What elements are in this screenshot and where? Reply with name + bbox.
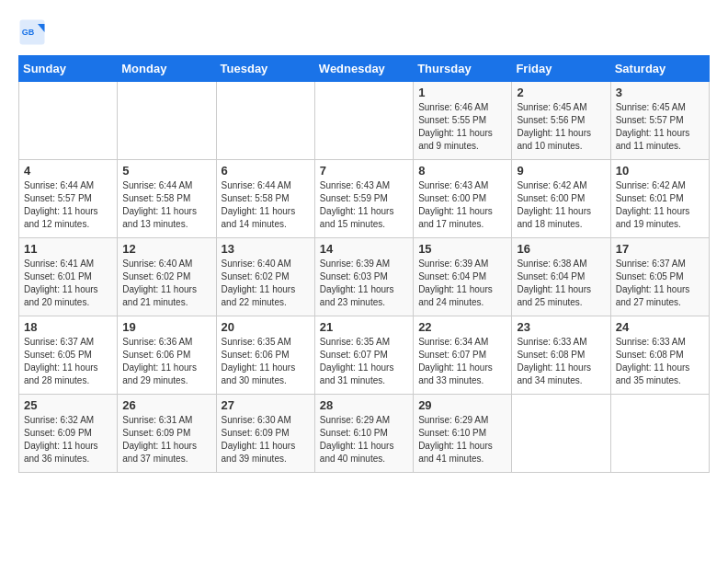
day-info: Sunrise: 6:33 AM Sunset: 6:08 PM Dayligh… — [616, 336, 704, 387]
day-info: Sunrise: 6:44 AM Sunset: 5:57 PM Dayligh… — [24, 179, 112, 231]
calendar-cell — [610, 395, 709, 473]
calendar-cell: 22Sunrise: 6:34 AM Sunset: 6:07 PM Dayli… — [414, 316, 512, 395]
calendar-cell: 5Sunrise: 6:44 AM Sunset: 5:58 PM Daylig… — [118, 160, 216, 238]
header-friday: Friday — [512, 56, 610, 82]
day-number: 2 — [517, 86, 605, 99]
day-number: 1 — [418, 86, 506, 99]
calendar-cell: 4Sunrise: 6:44 AM Sunset: 5:57 PM Daylig… — [19, 160, 118, 238]
calendar-cell — [19, 82, 118, 160]
header-saturday: Saturday — [610, 56, 709, 82]
day-number: 9 — [517, 164, 605, 178]
day-number: 6 — [222, 164, 310, 178]
day-info: Sunrise: 6:43 AM Sunset: 5:59 PM Dayligh… — [320, 179, 408, 231]
header-monday: Monday — [118, 56, 216, 82]
day-number: 10 — [616, 164, 704, 178]
day-info: Sunrise: 6:42 AM Sunset: 6:01 PM Dayligh… — [616, 179, 704, 231]
day-info: Sunrise: 6:35 AM Sunset: 6:06 PM Dayligh… — [222, 336, 310, 387]
calendar-cell: 28Sunrise: 6:29 AM Sunset: 6:10 PM Dayli… — [314, 395, 413, 473]
day-number: 20 — [222, 320, 310, 334]
day-number: 11 — [24, 242, 112, 256]
calendar-cell: 6Sunrise: 6:44 AM Sunset: 5:58 PM Daylig… — [216, 160, 314, 238]
day-number: 28 — [320, 398, 408, 412]
calendar-cell — [216, 82, 314, 160]
day-number: 27 — [222, 398, 310, 412]
calendar-cell: 3Sunrise: 6:45 AM Sunset: 5:57 PM Daylig… — [610, 82, 709, 160]
calendar-cell: 15Sunrise: 6:39 AM Sunset: 6:04 PM Dayli… — [414, 238, 512, 316]
calendar-cell: 8Sunrise: 6:43 AM Sunset: 6:00 PM Daylig… — [414, 160, 512, 238]
day-info: Sunrise: 6:37 AM Sunset: 6:05 PM Dayligh… — [616, 258, 704, 309]
day-number: 3 — [616, 86, 704, 99]
day-info: Sunrise: 6:44 AM Sunset: 5:58 PM Dayligh… — [122, 179, 210, 231]
day-info: Sunrise: 6:35 AM Sunset: 6:07 PM Dayligh… — [320, 336, 408, 387]
calendar-cell: 17Sunrise: 6:37 AM Sunset: 6:05 PM Dayli… — [610, 238, 709, 316]
calendar-week-row: 25Sunrise: 6:32 AM Sunset: 6:09 PM Dayli… — [19, 395, 710, 473]
header-thursday: Thursday — [414, 56, 512, 82]
calendar-cell: 10Sunrise: 6:42 AM Sunset: 6:01 PM Dayli… — [610, 160, 709, 238]
calendar-cell: 1Sunrise: 6:46 AM Sunset: 5:55 PM Daylig… — [414, 82, 512, 160]
logo-icon: GB — [18, 18, 46, 46]
svg-text:GB: GB — [22, 28, 35, 37]
calendar-week-row: 4Sunrise: 6:44 AM Sunset: 5:57 PM Daylig… — [19, 160, 710, 238]
calendar-table: SundayMondayTuesdayWednesdayThursdayFrid… — [18, 55, 710, 473]
calendar-cell: 25Sunrise: 6:32 AM Sunset: 6:09 PM Dayli… — [19, 395, 118, 473]
day-info: Sunrise: 6:31 AM Sunset: 6:09 PM Dayligh… — [122, 414, 210, 465]
day-number: 17 — [616, 242, 704, 256]
header-tuesday: Tuesday — [216, 56, 314, 82]
day-info: Sunrise: 6:29 AM Sunset: 6:10 PM Dayligh… — [320, 414, 408, 465]
calendar-cell — [118, 82, 216, 160]
day-info: Sunrise: 6:37 AM Sunset: 6:05 PM Dayligh… — [24, 336, 112, 387]
day-info: Sunrise: 6:39 AM Sunset: 6:04 PM Dayligh… — [418, 258, 506, 309]
day-info: Sunrise: 6:32 AM Sunset: 6:09 PM Dayligh… — [24, 414, 112, 465]
day-number: 18 — [24, 320, 112, 334]
day-info: Sunrise: 6:36 AM Sunset: 6:06 PM Dayligh… — [122, 336, 210, 387]
day-info: Sunrise: 6:43 AM Sunset: 6:00 PM Dayligh… — [418, 179, 506, 231]
day-number: 26 — [122, 398, 210, 412]
calendar-cell: 7Sunrise: 6:43 AM Sunset: 5:59 PM Daylig… — [314, 160, 413, 238]
day-info: Sunrise: 6:44 AM Sunset: 5:58 PM Dayligh… — [222, 179, 310, 231]
day-number: 29 — [418, 398, 506, 412]
logo: GB — [18, 18, 50, 46]
calendar-cell: 2Sunrise: 6:45 AM Sunset: 5:56 PM Daylig… — [512, 82, 610, 160]
day-number: 24 — [616, 320, 704, 334]
day-number: 15 — [418, 242, 506, 256]
calendar-cell: 12Sunrise: 6:40 AM Sunset: 6:02 PM Dayli… — [118, 238, 216, 316]
calendar-cell: 23Sunrise: 6:33 AM Sunset: 6:08 PM Dayli… — [512, 316, 610, 395]
calendar-cell — [512, 395, 610, 473]
header-wednesday: Wednesday — [314, 56, 413, 82]
calendar-cell: 14Sunrise: 6:39 AM Sunset: 6:03 PM Dayli… — [314, 238, 413, 316]
calendar-cell: 27Sunrise: 6:30 AM Sunset: 6:09 PM Dayli… — [216, 395, 314, 473]
day-info: Sunrise: 6:39 AM Sunset: 6:03 PM Dayligh… — [320, 258, 408, 309]
calendar-cell: 29Sunrise: 6:29 AM Sunset: 6:10 PM Dayli… — [414, 395, 512, 473]
day-info: Sunrise: 6:34 AM Sunset: 6:07 PM Dayligh… — [418, 336, 506, 387]
calendar-cell: 26Sunrise: 6:31 AM Sunset: 6:09 PM Dayli… — [118, 395, 216, 473]
calendar-week-row: 11Sunrise: 6:41 AM Sunset: 6:01 PM Dayli… — [19, 238, 710, 316]
calendar-cell: 13Sunrise: 6:40 AM Sunset: 6:02 PM Dayli… — [216, 238, 314, 316]
day-number: 13 — [222, 242, 310, 256]
calendar-week-row: 18Sunrise: 6:37 AM Sunset: 6:05 PM Dayli… — [19, 316, 710, 395]
day-number: 4 — [24, 164, 112, 178]
calendar-cell: 18Sunrise: 6:37 AM Sunset: 6:05 PM Dayli… — [19, 316, 118, 395]
day-info: Sunrise: 6:33 AM Sunset: 6:08 PM Dayligh… — [517, 336, 605, 387]
day-number: 19 — [122, 320, 210, 334]
day-number: 7 — [320, 164, 408, 178]
day-info: Sunrise: 6:45 AM Sunset: 5:57 PM Dayligh… — [616, 101, 704, 153]
day-number: 12 — [122, 242, 210, 256]
day-info: Sunrise: 6:45 AM Sunset: 5:56 PM Dayligh… — [517, 101, 605, 153]
day-info: Sunrise: 6:41 AM Sunset: 6:01 PM Dayligh… — [24, 258, 112, 309]
day-info: Sunrise: 6:29 AM Sunset: 6:10 PM Dayligh… — [418, 414, 506, 465]
day-number: 25 — [24, 398, 112, 412]
calendar-cell: 21Sunrise: 6:35 AM Sunset: 6:07 PM Dayli… — [314, 316, 413, 395]
header-sunday: Sunday — [19, 56, 118, 82]
day-info: Sunrise: 6:46 AM Sunset: 5:55 PM Dayligh… — [418, 101, 506, 153]
calendar-cell: 16Sunrise: 6:38 AM Sunset: 6:04 PM Dayli… — [512, 238, 610, 316]
day-info: Sunrise: 6:38 AM Sunset: 6:04 PM Dayligh… — [517, 258, 605, 309]
calendar-week-row: 1Sunrise: 6:46 AM Sunset: 5:55 PM Daylig… — [19, 82, 710, 160]
day-number: 22 — [418, 320, 506, 334]
calendar-cell: 24Sunrise: 6:33 AM Sunset: 6:08 PM Dayli… — [610, 316, 709, 395]
calendar-cell: 9Sunrise: 6:42 AM Sunset: 6:00 PM Daylig… — [512, 160, 610, 238]
day-number: 8 — [418, 164, 506, 178]
page-header: GB — [18, 18, 710, 46]
calendar-cell: 11Sunrise: 6:41 AM Sunset: 6:01 PM Dayli… — [19, 238, 118, 316]
day-number: 5 — [122, 164, 210, 178]
calendar-cell: 20Sunrise: 6:35 AM Sunset: 6:06 PM Dayli… — [216, 316, 314, 395]
